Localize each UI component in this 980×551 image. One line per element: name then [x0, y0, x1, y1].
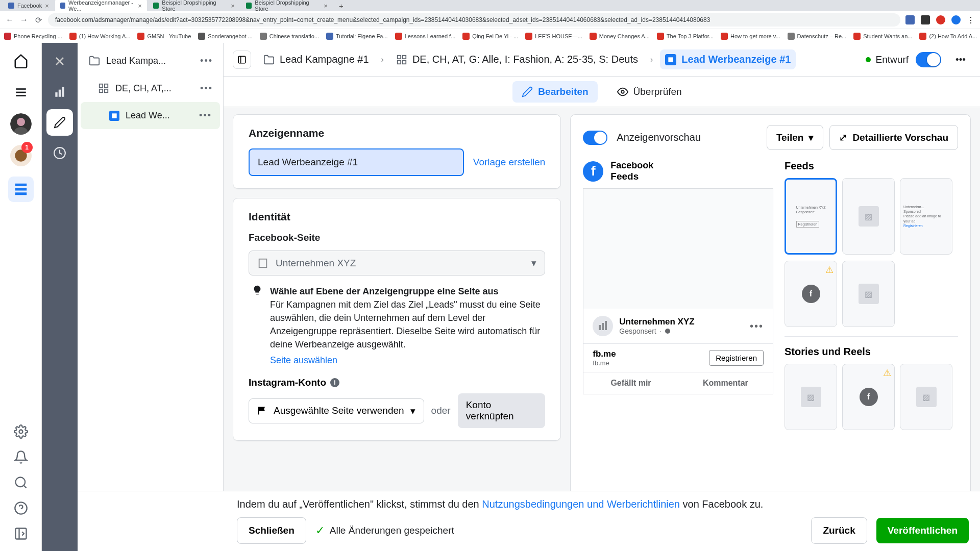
feed-menu-icon[interactable]: •••: [750, 320, 764, 332]
svg-rect-27: [398, 55, 401, 58]
save-status: ✓ Alle Änderungen gespeichert: [315, 524, 454, 537]
browser-menu-icon[interactable]: ⋮: [967, 15, 975, 25]
back-button[interactable]: Zurück: [811, 517, 867, 544]
page-label: Facebook-Seite: [249, 232, 545, 243]
bookmark-item[interactable]: Chinese translatio...: [260, 33, 319, 40]
bookmark-item[interactable]: (2) How To Add A...: [919, 33, 977, 40]
bookmark-item[interactable]: LEE'S HOUSE—...: [525, 33, 582, 40]
ad-toggle[interactable]: [916, 52, 941, 67]
tab-edit[interactable]: Bearbeiten: [512, 81, 597, 103]
status-indicator: Entwurf •••: [866, 49, 971, 70]
avatar-icon[interactable]: [10, 113, 32, 135]
breadcrumb-campaign[interactable]: Lead Kampagne #1: [258, 49, 374, 69]
comment-button[interactable]: Kommentar: [678, 372, 773, 394]
instagram-select[interactable]: Ausgewählte Seite verwenden ▾: [249, 398, 424, 423]
svg-point-32: [621, 90, 624, 93]
header-menu-icon[interactable]: •••: [950, 49, 971, 70]
home-icon[interactable]: [10, 50, 32, 71]
notifications-icon[interactable]: [14, 450, 28, 466]
bookmark-item[interactable]: Tutorial: Eigene Fa...: [326, 33, 388, 40]
adname-input[interactable]: [249, 148, 464, 176]
facebook-logo-icon: f: [583, 161, 603, 182]
settings-icon[interactable]: [14, 424, 28, 441]
svg-rect-25: [238, 56, 246, 63]
cta-button[interactable]: Registrieren: [709, 350, 764, 366]
preview-main: f Facebook Feeds Unternehmen X: [583, 160, 773, 436]
close-editor-icon[interactable]: [46, 48, 73, 74]
placement-thumbnails: Feeds Unternehmen XYZGesponsertRegistrie…: [785, 160, 958, 436]
placement-thumb[interactable]: Unternehm...SponsoredPlease add an image…: [900, 178, 952, 255]
extension-icon[interactable]: [921, 15, 930, 24]
url-input[interactable]: facebook.com/adsmanager/manage/ads/edit?…: [48, 13, 900, 27]
bookmark-item[interactable]: GMSN - YouTube: [137, 33, 191, 40]
bookmark-item[interactable]: Lessons Learned f...: [395, 33, 456, 40]
nav-back-icon[interactable]: ←: [5, 15, 14, 24]
bookmark-item[interactable]: How to get more v...: [721, 33, 780, 40]
tree-menu-icon[interactable]: •••: [200, 83, 213, 94]
tree-menu-icon[interactable]: •••: [199, 110, 212, 121]
create-template-link[interactable]: Vorlage erstellen: [473, 157, 546, 168]
new-tab-button[interactable]: +: [334, 2, 349, 10]
publish-button[interactable]: Veröffentlichen: [876, 518, 969, 543]
bookmark-item[interactable]: Qing Fei De Yi - ...: [462, 33, 518, 40]
history-icon[interactable]: [46, 140, 73, 166]
placement-thumb[interactable]: ⚠f: [785, 261, 837, 327]
avatar-icon[interactable]: [951, 15, 961, 24]
tab-review[interactable]: Überprüfen: [608, 81, 691, 103]
bookmark-item[interactable]: Datenschutz – Re...: [788, 33, 847, 40]
info-icon[interactable]: i: [330, 378, 339, 387]
or-label: oder: [431, 405, 451, 416]
identity-card: Identität Facebook-Seite Unternehmen XYZ…: [233, 198, 561, 441]
feed-media-placeholder: [583, 189, 773, 309]
like-button[interactable]: Gefällt mir: [583, 372, 678, 394]
building-icon: [257, 258, 268, 269]
extension-icon[interactable]: [905, 15, 915, 24]
preview-toggle[interactable]: [583, 131, 607, 145]
edit-icon[interactable]: [46, 109, 73, 136]
ad-icon: [109, 111, 119, 121]
nav-fwd-icon[interactable]: →: [19, 15, 29, 24]
placement-thumb[interactable]: ⚠f: [842, 364, 895, 430]
bookmark-item[interactable]: Student Wants an...: [853, 33, 912, 40]
extension-icon[interactable]: [936, 15, 945, 24]
identity-heading: Identität: [249, 211, 545, 223]
ads-manager-icon[interactable]: [8, 177, 34, 202]
terms-link[interactable]: Nutzungsbedingungen und Werberichtlinien: [482, 498, 680, 510]
share-button[interactable]: Teilen▾: [767, 125, 824, 150]
page-select[interactable]: Unternehmen XYZ ▾: [249, 251, 545, 276]
collapse-panel-icon[interactable]: [233, 51, 251, 69]
connect-account-button[interactable]: Konto verknüpfen: [458, 393, 546, 428]
tree-menu-icon[interactable]: •••: [200, 56, 213, 66]
breadcrumb-adset[interactable]: DE, CH, AT, G: Alle, I: Fashion, A: 25-3…: [391, 49, 643, 69]
bookmark-item[interactable]: The Top 3 Platfor...: [657, 33, 714, 40]
tree-campaign[interactable]: Lead Kampa... •••: [80, 47, 221, 74]
svg-rect-37: [602, 323, 604, 330]
menu-icon[interactable]: [10, 82, 32, 103]
nav-reload-icon[interactable]: ⟳: [34, 15, 43, 25]
search-icon[interactable]: [14, 475, 28, 492]
collapse-icon[interactable]: [14, 527, 28, 543]
lightbulb-icon: [252, 285, 263, 366]
bookmark-item[interactable]: (1) How Working A...: [69, 33, 131, 40]
detailed-preview-button[interactable]: ⤢Detaillierte Vorschau: [829, 125, 958, 150]
tree-ad-active[interactable]: Lead We... •••: [81, 102, 220, 129]
tree-adset[interactable]: DE, CH, AT,... •••: [80, 74, 221, 102]
bookmark-item[interactable]: Money Changes A...: [590, 33, 650, 40]
placement-thumb[interactable]: ▨: [900, 364, 952, 430]
placement-thumb[interactable]: ▨: [842, 178, 895, 255]
bookmark-item[interactable]: Phone Recycling ...: [4, 33, 62, 40]
breadcrumb-ad-active[interactable]: Lead Werbeanzeige #1: [660, 49, 796, 69]
placement-thumb-selected[interactable]: Unternehmen XYZGesponsertRegistrieren: [785, 178, 837, 255]
placement-thumb[interactable]: ▨: [785, 364, 837, 430]
help-icon[interactable]: [14, 501, 28, 517]
svg-rect-30: [403, 60, 406, 63]
bookmark-item[interactable]: Sonderangebot ...: [198, 33, 252, 40]
chart-icon[interactable]: [46, 79, 73, 105]
svg-rect-17: [59, 90, 61, 97]
instagram-label: Instagram-Konto i: [249, 377, 545, 388]
pixel-icon[interactable]: 1: [10, 145, 32, 166]
browser-tab[interactable]: Facebook×: [3, 1, 54, 11]
placement-thumb[interactable]: ▨: [842, 261, 895, 327]
select-page-link[interactable]: Seite auswählen: [270, 355, 542, 366]
close-button[interactable]: Schließen: [237, 517, 306, 544]
